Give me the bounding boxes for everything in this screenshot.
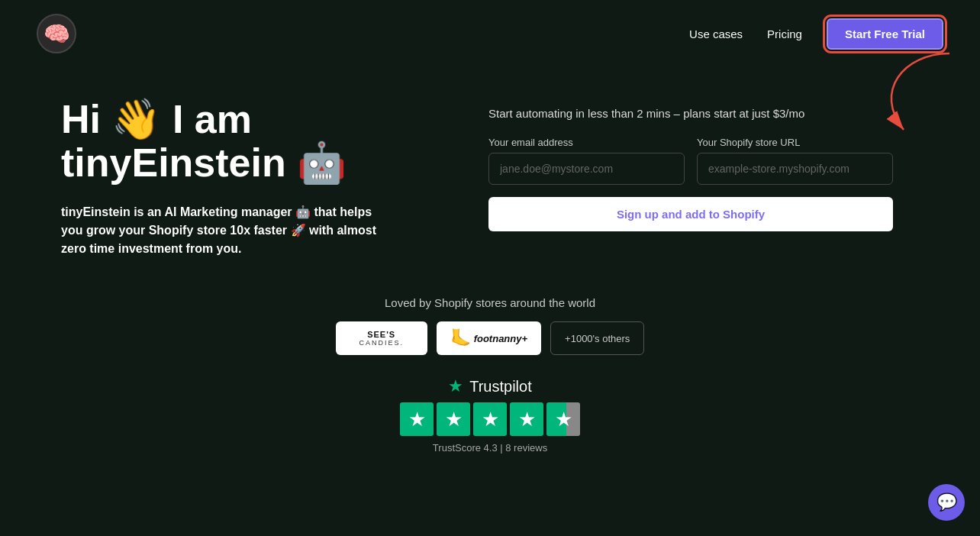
star-2: ★ (437, 402, 470, 436)
store-url-input[interactable] (697, 153, 893, 185)
star-icon-4: ★ (518, 408, 536, 431)
footnanny-logo: 🦶 footnanny+ (437, 321, 541, 355)
star-3: ★ (473, 402, 507, 436)
email-form-group: Your email address (488, 137, 685, 185)
footnanny-logo-inner: 🦶 footnanny+ (450, 328, 527, 348)
form-subtitle: Start automating in less than 2 mins – p… (488, 105, 893, 121)
star-icon-1: ★ (408, 408, 426, 431)
sees-sub: CANDIES. (359, 339, 404, 347)
star-icon-3: ★ (482, 408, 499, 431)
stars-row: ★ ★ ★ ★ ★ (400, 402, 580, 436)
brand-logos: See's CANDIES. 🦶 footnanny+ +1000's othe… (15, 321, 965, 355)
trust-score: TrustScore 4.3 | 8 reviews (433, 442, 547, 454)
bottom-section: Loved by Shopify stores around the world… (0, 273, 980, 469)
nav-right: Use cases Pricing Start Free Trial (689, 18, 943, 50)
footnanny-foot-icon: 🦶 (450, 328, 471, 348)
sees-candies-logo-text: See's CANDIES. (359, 330, 404, 347)
sees-candies-logo: See's CANDIES. (336, 321, 427, 355)
trustpilot-header: ★ Trustpilot (448, 376, 532, 396)
store-form-group: Your Shopify store URL (697, 137, 893, 185)
logo-icon: 🧠 (37, 14, 76, 53)
start-free-trial-button[interactable]: Start Free Trial (827, 18, 943, 50)
others-text: +1000's others (565, 333, 630, 344)
hero-title-line2: tinyEinstein 🤖 (61, 140, 347, 185)
hero-title: Hi 👋 I am tinyEinstein 🤖 (61, 98, 443, 185)
pricing-link[interactable]: Pricing (767, 27, 802, 40)
right-section: Start automating in less than 2 mins – p… (488, 98, 893, 231)
star-5-half: ★ (546, 402, 580, 436)
star-1: ★ (400, 402, 434, 436)
main-content: Hi 👋 I am tinyEinstein 🤖 tinyEinstein is… (0, 67, 980, 273)
sees-title: See's (359, 330, 404, 339)
trustpilot-name: Trustpilot (469, 378, 532, 396)
signup-button[interactable]: Sign up and add to Shopify (488, 197, 893, 231)
use-cases-link[interactable]: Use cases (689, 27, 743, 40)
email-input[interactable] (488, 153, 685, 185)
store-label: Your Shopify store URL (697, 137, 893, 148)
hero-title-line1: Hi 👋 I am (61, 97, 252, 141)
chat-button[interactable]: 💬 (928, 484, 965, 521)
email-label: Your email address (488, 137, 685, 148)
footnanny-text: footnanny+ (474, 333, 527, 344)
logo-area: 🧠 (37, 14, 76, 53)
hero-description: tinyEinstein is an AI Marketing manager … (61, 203, 389, 258)
others-badge: +1000's others (550, 321, 644, 355)
star-icon-2: ★ (445, 408, 463, 431)
left-section: Hi 👋 I am tinyEinstein 🤖 tinyEinstein is… (61, 98, 443, 258)
star-4: ★ (510, 402, 543, 436)
star-icon-5: ★ (555, 408, 572, 431)
logo-emoji: 🧠 (44, 21, 70, 47)
loved-by-text: Loved by Shopify stores around the world (15, 296, 965, 309)
trustpilot-section: ★ Trustpilot ★ ★ ★ ★ ★ TrustScore 4.3 | … (15, 376, 965, 454)
navbar: 🧠 Use cases Pricing Start Free Trial (0, 0, 980, 67)
chat-icon: 💬 (936, 492, 957, 512)
form-row: Your email address Your Shopify store UR… (488, 137, 893, 185)
trustpilot-star-icon: ★ (448, 376, 463, 396)
